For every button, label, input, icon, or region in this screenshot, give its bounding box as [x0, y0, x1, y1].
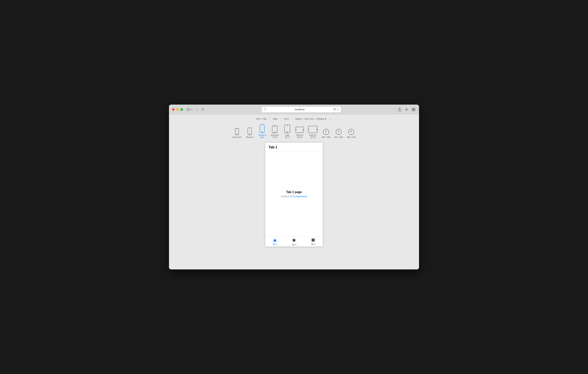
device-label-iphone-se: iPhone SE — [232, 136, 241, 138]
sidebar-toggle-button[interactable] — [187, 108, 192, 111]
tab-grid-button[interactable] — [411, 107, 416, 112]
device-400x300[interactable]: 400 × 300 — [320, 128, 332, 139]
ipad-icon — [284, 125, 290, 133]
phone-frame: Tab 1 Tab 1 page Explore UI Components — [265, 142, 323, 247]
new-tab-button[interactable] — [404, 107, 409, 112]
device-label-683x384: 683 × 384 — [334, 136, 343, 138]
tab-page-subtitle: Explore UI Components — [281, 195, 307, 198]
svg-rect-26 — [296, 127, 304, 133]
dimensions-value: 414 × 736 — [256, 118, 266, 120]
svg-rect-8 — [414, 108, 415, 109]
maximize-button[interactable] — [180, 108, 183, 111]
browser-window: localhost ↻ — [169, 105, 419, 269]
tab2-label: Tab 2 — [292, 244, 296, 246]
device-683x384[interactable]: 683 × 384 — [333, 128, 344, 139]
svg-point-21 — [274, 132, 275, 133]
tab-bar-item-1[interactable]: Tab 1 — [265, 238, 284, 246]
share-button[interactable] — [398, 107, 402, 112]
svg-point-28 — [296, 129, 296, 130]
svg-rect-2 — [333, 108, 334, 110]
device-ipad-pro-129[interactable]: iPad Pro(12.9″) — [306, 125, 319, 139]
shield-icon — [264, 108, 266, 111]
svg-point-25 — [287, 125, 287, 126]
svg-point-18 — [262, 131, 262, 132]
phone-frame-container: Tab 1 Tab 1 page Explore UI Components — [265, 141, 323, 269]
device-info-dropdown[interactable]: Safari — iOS 14.0 — iPhone — [295, 118, 326, 120]
compass-400-icon — [323, 129, 329, 135]
svg-rect-9 — [412, 110, 413, 111]
address-bar-container: localhost ↻ — [208, 107, 395, 113]
compass-960-icon — [348, 129, 354, 135]
iphone-8-plus-icon — [260, 124, 265, 133]
svg-point-32 — [323, 129, 329, 135]
ipad-pro-105-icon — [295, 127, 304, 133]
tab3-label: Tab 3 — [311, 243, 315, 245]
dimensions-bar: 414 × 736 | 84% | 3x | Safari — iOS 14.0… — [256, 118, 332, 120]
svg-rect-49 — [312, 238, 315, 242]
tab-bar-item-2[interactable]: Tab 2 — [284, 238, 304, 246]
svg-point-31 — [309, 129, 309, 129]
svg-point-12 — [237, 134, 237, 135]
device-label-960x540: 960 × 540 — [347, 136, 356, 138]
device-iphone-se[interactable]: iPhone SE — [231, 127, 243, 139]
address-text: localhost — [268, 108, 332, 111]
device-label-ipad: iPad(9.7″) — [285, 134, 289, 138]
responsive-toolbar: 414 × 736 | 84% | 3x | Safari — iOS 14.0… — [169, 114, 419, 141]
back-button[interactable] — [195, 107, 200, 112]
svg-rect-10 — [414, 110, 415, 111]
iphone-8-icon — [247, 128, 252, 135]
tab3-icon — [311, 238, 315, 243]
iphone-se-icon — [235, 128, 239, 135]
title-bar: localhost ↻ — [169, 105, 419, 114]
svg-rect-3 — [335, 108, 336, 109]
phone-body: Tab 1 page Explore UI Components — [265, 151, 323, 237]
tab1-label: Tab 1 — [273, 243, 277, 245]
address-bar[interactable]: localhost ↻ — [262, 107, 341, 113]
svg-point-48 — [293, 239, 295, 242]
tab-page-title: Tab 1 page — [286, 190, 302, 194]
separator-1: | — [269, 118, 270, 120]
tab2-icon — [292, 238, 296, 243]
minimize-button[interactable] — [176, 108, 179, 111]
ui-components-link[interactable]: UI Components — [290, 195, 307, 198]
device-label-iphone-8-plus: iPhone 8Plus — [259, 134, 266, 138]
svg-point-24 — [287, 132, 288, 132]
svg-point-27 — [303, 129, 304, 130]
device-label-ipad-pro-105: iPad Pro(10.5″) — [296, 134, 303, 138]
refresh-icon[interactable]: ↻ — [337, 108, 339, 111]
zoom-dropdown[interactable]: 84% — [273, 118, 278, 120]
toolbar-right — [398, 107, 416, 112]
device-label-ipad-mini: iPad mini(7.9″) — [271, 134, 279, 138]
svg-rect-29 — [308, 126, 317, 133]
device-label-400x300: 400 × 300 — [322, 136, 330, 138]
reader-mode-icon[interactable] — [333, 108, 336, 111]
close-button[interactable] — [172, 108, 175, 111]
svg-point-37 — [336, 129, 342, 135]
address-bar-actions: ↻ — [333, 108, 339, 111]
separator-2: | — [281, 118, 281, 120]
svg-rect-4 — [335, 109, 336, 110]
nav-buttons — [195, 107, 205, 112]
device-label-ipad-pro-129: iPad Pro(12.9″) — [309, 134, 316, 138]
device-iphone-8-plus[interactable]: iPhone 8Plus — [256, 123, 268, 139]
device-ipad-pro-105[interactable]: iPad Pro(10.5″) — [294, 125, 305, 139]
pixel-ratio-dropdown[interactable]: 3x — [284, 118, 289, 120]
svg-point-30 — [316, 129, 317, 130]
compass-683-icon — [336, 129, 342, 135]
ipad-pro-129-icon — [308, 126, 317, 133]
forward-button[interactable] — [200, 107, 205, 112]
device-ipad[interactable]: iPad(9.7″) — [282, 124, 293, 139]
device-list: iPhone SE iPhone 8 — [227, 123, 361, 139]
svg-point-42 — [348, 129, 354, 135]
traffic-lights — [172, 108, 183, 111]
separator-3: | — [292, 118, 292, 120]
device-ipad-mini[interactable]: iPad mini(7.9″) — [269, 124, 280, 139]
tab-bar-item-3[interactable]: Tab 3 — [304, 238, 323, 246]
warning-icon: ⚠ — [329, 118, 332, 120]
svg-point-15 — [249, 134, 250, 135]
device-960x540[interactable]: 960 × 540 — [346, 128, 357, 139]
device-label-iphone-8: iPhone 8 — [246, 136, 253, 138]
svg-rect-7 — [412, 108, 413, 109]
phone-header: Tab 1 — [265, 143, 323, 151]
device-iphone-8[interactable]: iPhone 8 — [244, 126, 255, 139]
